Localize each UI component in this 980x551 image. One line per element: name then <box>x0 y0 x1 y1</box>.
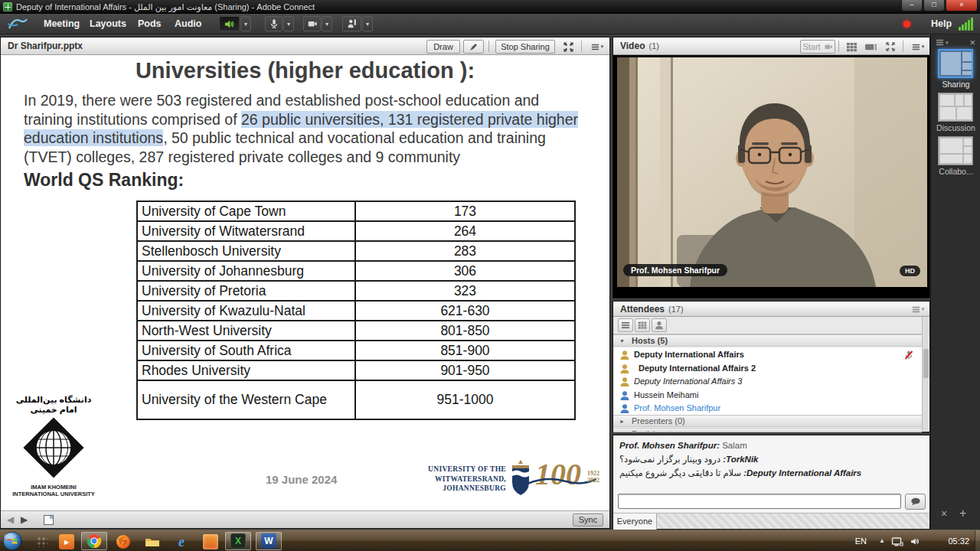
minimize-button[interactable]: – <box>901 0 923 11</box>
maximize-button[interactable]: □ <box>923 0 945 11</box>
speaker-name-tag: Prof. Mohsen Sharifpur <box>623 264 727 276</box>
attendees-pod-header: Attendees(17) ▾ <box>613 302 929 317</box>
close-button[interactable]: × <box>946 0 978 11</box>
table-row: University of Johannesburg306 <box>137 261 575 281</box>
raise-hand-button[interactable] <box>342 16 361 31</box>
microphone-muted-icon <box>903 350 914 360</box>
network-icon[interactable] <box>891 536 903 547</box>
volume-icon[interactable] <box>910 536 920 546</box>
grid-view-icon[interactable] <box>843 40 860 54</box>
layout-discussion-label[interactable]: Discussion <box>931 123 980 132</box>
microphone-button[interactable] <box>265 16 283 31</box>
add-pod-icon[interactable]: + <box>959 507 966 520</box>
menu-bar: Meeting Layouts Pods Audio ▾ ▾ ▾ ▾ Help <box>0 14 980 34</box>
clock[interactable]: 05:32 ب.ظ <box>948 530 969 551</box>
adobe-connect-logo-icon <box>6 16 29 32</box>
layout-sharing-label[interactable]: Sharing <box>931 80 980 89</box>
draw-button[interactable]: Draw <box>426 40 460 54</box>
host-role-icon <box>619 350 630 360</box>
language-indicator[interactable]: EN <box>855 530 867 551</box>
menu-audio[interactable]: Audio <box>175 14 201 34</box>
microphone-dropdown[interactable]: ▾ <box>283 16 294 31</box>
previous-slide-button[interactable]: ◀ <box>7 511 14 529</box>
help-menu[interactable]: Help <box>931 14 952 34</box>
chat-message: TorkNik: درود وبینار برگزار نمی‌شود؟ <box>619 454 923 465</box>
taskbar-media-app-icon[interactable]: ▶ <box>58 533 75 550</box>
raise-hand-dropdown[interactable]: ▾ <box>362 16 373 31</box>
sync-button[interactable]: Sync <box>573 514 603 527</box>
video-pod-menu-icon[interactable]: ▾ <box>909 40 927 54</box>
layout-collaboration-label[interactable]: Collabo... <box>931 167 980 176</box>
menu-pods[interactable]: Pods <box>138 14 162 34</box>
slide-title: Universities (higher education ): <box>1 58 609 83</box>
speaker-dropdown[interactable]: ▾ <box>240 16 251 31</box>
tray-expand-icon[interactable]: ▲ <box>879 530 885 551</box>
taskbar-excel-icon[interactable]: X <box>225 532 251 550</box>
taskbar-explorer-icon[interactable] <box>144 533 161 550</box>
qs-ranking-table: University of Cape Town173 University of… <box>136 201 576 420</box>
show-desktop-button[interactable] <box>975 530 980 551</box>
start-webcam-button[interactable]: Start <box>800 40 835 54</box>
pinned-app-icon[interactable] <box>37 536 47 547</box>
filmstrip-view-icon[interactable] <box>861 40 880 54</box>
layout-discussion-thumbnail[interactable] <box>938 93 973 122</box>
attendee-list-view-icon[interactable] <box>618 318 633 332</box>
sidebar-menu-icon[interactable]: ▾ <box>936 38 949 47</box>
share-pod-footer: ◀ ▶ Sync <box>1 510 609 528</box>
slide-date: 19 June 2024 <box>266 473 337 486</box>
send-message-icon[interactable] <box>905 494 926 510</box>
webcam-dropdown[interactable]: ▾ <box>322 16 332 31</box>
menu-meeting[interactable]: Meeting <box>44 14 80 34</box>
attendees-toolbar <box>613 317 929 334</box>
fullscreen-button[interactable] <box>559 40 578 54</box>
attendee-row[interactable]: Deputy International Affairs 3 <box>613 375 922 389</box>
tab-everyone[interactable]: Everyone <box>613 514 657 530</box>
connection-signal-icon[interactable] <box>959 18 977 31</box>
taskbar-firefox-icon[interactable] <box>115 533 132 550</box>
chat-input[interactable] <box>618 494 901 509</box>
attendees-count: (17) <box>668 305 684 314</box>
hosts-group-header[interactable]: ▼Hosts (5) <box>613 334 922 347</box>
stop-sharing-button[interactable]: Stop Sharing <box>495 40 555 54</box>
table-row: Stellenbosch University283 <box>137 241 575 261</box>
start-button[interactable] <box>2 531 22 551</box>
recording-indicator-icon <box>903 21 910 28</box>
chat-input-row <box>613 492 929 512</box>
attendees-pod-title: Attendees <box>620 304 665 315</box>
pointer-tool-button[interactable] <box>463 40 484 54</box>
qs-ranking-heading: World QS Ranking: <box>24 170 184 191</box>
presenters-group-header[interactable]: ►Presenters (0) <box>613 415 922 427</box>
taskbar-office-icon[interactable] <box>202 533 219 550</box>
close-pod-icon[interactable]: × <box>941 507 947 520</box>
taskbar-word-icon[interactable]: W <box>256 532 282 550</box>
attendee-status-view-icon[interactable] <box>652 318 667 332</box>
taskbar-chrome-icon[interactable] <box>81 532 107 550</box>
chat-message: Prof. Mohsen Sharifpur: Salam <box>619 440 923 451</box>
host-role-icon <box>619 364 630 374</box>
attendee-grid-view-icon[interactable] <box>635 318 650 332</box>
video-pod-title: Video <box>620 41 645 51</box>
table-row: University of Cape Town173 <box>137 201 575 221</box>
share-pod-menu-icon[interactable]: ▾ <box>588 40 606 54</box>
hd-badge: HD <box>900 266 920 276</box>
next-slide-button[interactable]: ▶ <box>21 511 28 529</box>
webcam-button[interactable] <box>303 16 321 31</box>
attendee-row[interactable]: Hussein Meihami <box>613 389 922 403</box>
layout-collaboration-thumbnail[interactable] <box>938 136 973 165</box>
attendee-row[interactable]: Prof. Mohsen Sharifpur <box>613 402 922 416</box>
show-sidebar-icon[interactable] <box>44 515 54 525</box>
taskbar-ie-icon[interactable]: e <box>173 533 190 550</box>
video-fullscreen-icon[interactable] <box>882 40 899 54</box>
layout-sharing-thumbnail[interactable] <box>938 49 973 78</box>
sidebar-close-icon[interactable]: × <box>969 37 975 48</box>
chat-pod: Prof. Mohsen Sharifpur: Salam TorkNik: د… <box>612 435 930 530</box>
webcam-person-image <box>617 57 927 287</box>
speaker-button[interactable] <box>219 16 240 31</box>
attendee-row[interactable]: Deputy International Affairs 2 <box>613 362 922 376</box>
menu-layouts[interactable]: Layouts <box>90 14 126 34</box>
wits-wave-icon <box>528 474 596 488</box>
attendees-pod-menu-icon[interactable]: ▾ <box>909 303 927 315</box>
participants-group-header[interactable]: Participants <box>613 428 922 432</box>
attendees-scrollbar[interactable] <box>922 317 929 431</box>
attendee-row[interactable]: Deputy International Affairs <box>613 348 922 362</box>
